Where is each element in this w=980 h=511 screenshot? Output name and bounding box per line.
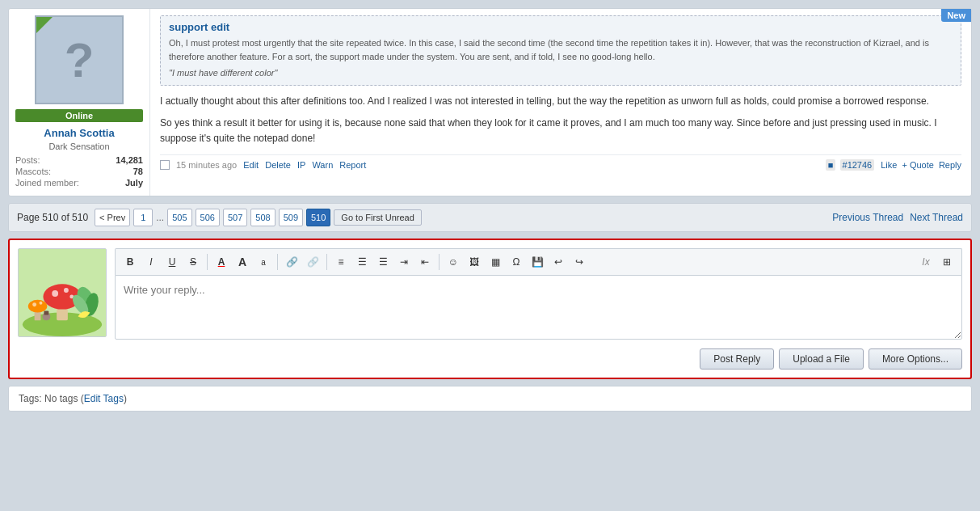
more-options-btn[interactable]: More Options...: [869, 348, 962, 370]
edit-tags-link[interactable]: Edit Tags: [84, 393, 124, 404]
upload-file-btn[interactable]: Upload a File: [779, 348, 864, 370]
bold-btn[interactable]: B: [120, 252, 140, 272]
avatar: [35, 15, 124, 104]
link-btn[interactable]: 🔗: [282, 252, 301, 272]
post-footer: 15 minutes ago Edit Delete IP Warn Repor…: [160, 154, 961, 170]
svg-rect-15: [44, 311, 48, 315]
threads-label: Mascots:: [15, 167, 51, 176]
joined-value: July: [125, 178, 143, 188]
font-size-down-btn[interactable]: a: [254, 252, 273, 272]
redo-btn[interactable]: ↪: [570, 252, 589, 272]
pagination-bar: Page 510 of 510 < Prev 1 ... 505 506 507…: [8, 203, 972, 232]
reply-textarea[interactable]: [115, 275, 962, 340]
user-sidebar: Online Annah Scottia Dark Sensation Post…: [9, 9, 150, 196]
post-footer-left: 15 minutes ago Edit Delete IP Warn Repor…: [160, 160, 366, 170]
posts-value: 14,281: [116, 155, 143, 165]
tags-bar: Tags: No tags (Edit Tags): [8, 386, 972, 412]
reply-editor: B I U S A A a 🔗 🔗 ≡ ☰ ☰ ⇥ ⇤ ☺ 🖼 ▦: [8, 239, 972, 379]
table-btn[interactable]: ▦: [486, 252, 505, 272]
font-size-up-btn[interactable]: A: [233, 252, 252, 272]
post-number-text: #12746: [840, 159, 875, 171]
editor-avatar: [18, 248, 107, 337]
threads-value: 78: [133, 167, 143, 176]
editor-toolbar: B I U S A A a 🔗 🔗 ≡ ☰ ☰ ⇥ ⇤ ☺ 🖼 ▦: [115, 248, 962, 275]
first-page-btn[interactable]: 1: [133, 209, 153, 226]
post-body-p2: So yes think a result it better for usin…: [160, 116, 961, 146]
reply-link[interactable]: Reply: [939, 160, 961, 170]
undo-btn[interactable]: ↩: [549, 252, 568, 272]
emoji-btn[interactable]: ☺: [444, 252, 463, 272]
svg-point-9: [32, 302, 36, 306]
editor-avatar-image: [18, 248, 107, 337]
align-btn[interactable]: ≡: [331, 252, 351, 272]
post-quoted-text: Oh, I must protest most urgently that th…: [169, 36, 953, 63]
post-content: support edit Oh, I must protest most urg…: [150, 9, 971, 196]
toolbar-sep-1: [207, 254, 208, 270]
username[interactable]: Annah Scottia: [44, 127, 114, 139]
post-quoted-title: support edit: [169, 21, 953, 33]
posts-stat: Posts: 14,281: [15, 155, 143, 165]
ul-btn[interactable]: ☰: [352, 252, 372, 272]
joined-label: Joined member:: [15, 178, 79, 188]
ol-btn[interactable]: ☰: [373, 252, 393, 272]
svg-point-8: [28, 300, 48, 313]
page-separator: ...: [156, 212, 164, 223]
italic-btn[interactable]: I: [141, 252, 161, 272]
page-509-btn[interactable]: 509: [279, 209, 303, 226]
toolbar-sep-3: [326, 254, 327, 270]
delete-link[interactable]: Delete: [265, 160, 291, 170]
joined-stat: Joined member: July: [15, 178, 143, 188]
go-first-unread-btn[interactable]: Go to First Unread: [334, 209, 421, 226]
page-508-btn[interactable]: 508: [250, 209, 275, 226]
page-505-btn[interactable]: 505: [167, 209, 191, 226]
report-link[interactable]: Report: [339, 160, 366, 170]
page-507-btn[interactable]: 507: [223, 209, 247, 226]
post-container: New Online Annah Scottia Dark Sensation …: [8, 8, 972, 196]
tags-value: No tags: [44, 393, 78, 404]
underline-btn[interactable]: U: [162, 252, 182, 272]
source-btn[interactable]: ⊞: [937, 252, 957, 272]
ip-link[interactable]: IP: [297, 160, 305, 170]
page-506-btn[interactable]: 506: [196, 209, 220, 226]
post-body-p1: I actually thought about this after defi…: [160, 94, 961, 109]
svg-point-10: [40, 302, 43, 305]
avatar-corner: [36, 17, 53, 33]
unlink-btn[interactable]: 🔗: [303, 252, 322, 272]
posts-label: Posts:: [15, 155, 40, 165]
prev-page-btn[interactable]: < Prev: [95, 209, 130, 226]
pagination-left: Page 510 of 510 < Prev 1 ... 505 506 507…: [17, 209, 422, 226]
quote-link[interactable]: + Quote: [902, 160, 933, 170]
next-thread-link[interactable]: Next Thread: [910, 212, 963, 223]
editor-main: B I U S A A a 🔗 🔗 ≡ ☰ ☰ ⇥ ⇤ ☺ 🖼 ▦: [115, 248, 962, 370]
font-color-btn[interactable]: A: [212, 252, 231, 272]
svg-point-5: [64, 288, 69, 293]
indent-btn[interactable]: ⇥: [394, 252, 414, 272]
avatar-svg: [19, 248, 106, 337]
online-status: Online: [15, 109, 143, 122]
strikethrough-btn[interactable]: S: [183, 252, 203, 272]
image-btn[interactable]: 🖼: [465, 252, 484, 272]
editor-footer: Post Reply Upload a File More Options...: [115, 348, 962, 370]
page-510-btn[interactable]: 510: [306, 209, 330, 226]
post-body: I actually thought about this after defi…: [160, 94, 961, 147]
post-quoted-footer: "I must have different color": [169, 66, 953, 80]
pagination-right: Previous Thread Next Thread: [832, 212, 963, 223]
post-number: ■ #12746: [826, 160, 876, 170]
warn-link[interactable]: Warn: [312, 160, 333, 170]
edit-link[interactable]: Edit: [243, 160, 259, 170]
special-btn[interactable]: Ω: [507, 252, 526, 272]
post-reply-btn[interactable]: Post Reply: [700, 348, 774, 370]
post-timestamp: 15 minutes ago: [176, 160, 237, 170]
user-stats: Posts: 14,281 Mascots: 78 Joined member:…: [15, 155, 143, 189]
post-checkbox[interactable]: [160, 160, 170, 170]
previous-thread-link[interactable]: Previous Thread: [832, 212, 903, 223]
page-info: Page 510 of 510: [17, 212, 88, 223]
like-link[interactable]: Like: [881, 160, 897, 170]
toolbar-sep-4: [439, 254, 440, 270]
save-btn[interactable]: 💾: [528, 252, 547, 272]
svg-point-4: [52, 290, 58, 297]
post-footer-right: ■ #12746 Like + Quote Reply: [826, 160, 961, 170]
outdent-btn[interactable]: ⇤: [415, 252, 435, 272]
user-title: Dark Sensation: [48, 141, 109, 151]
clear-format-btn[interactable]: Ix: [916, 252, 936, 272]
